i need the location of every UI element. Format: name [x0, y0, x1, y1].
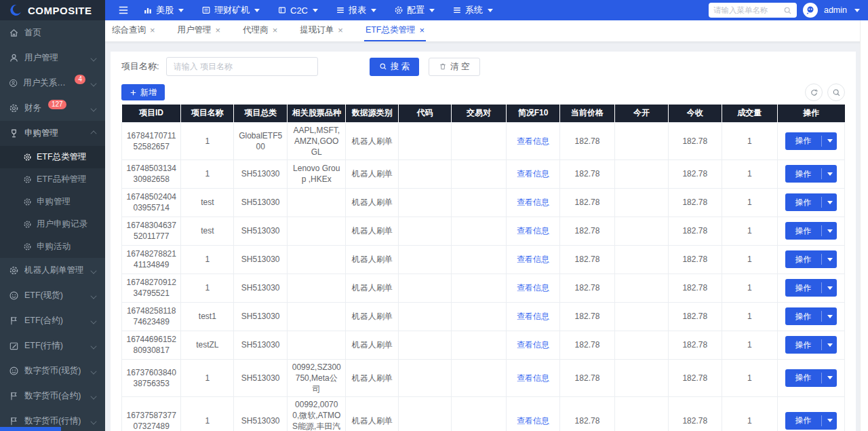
view-info-link[interactable]: 查看信息: [517, 255, 549, 264]
row-action-button[interactable]: 操作: [785, 307, 837, 325]
table-cell: GlobalETF500: [234, 122, 288, 160]
row-action-button[interactable]: 操作: [785, 222, 837, 240]
tab-4[interactable]: ETF总类管理×: [364, 20, 426, 41]
table-cell: AAPL,MSFT,AMZN,GOOGL: [288, 122, 346, 160]
close-icon[interactable]: ×: [150, 25, 155, 35]
col-header-0: 项目ID: [122, 105, 181, 122]
close-icon[interactable]: ×: [216, 25, 221, 35]
sidebar-item-9[interactable]: 数字货币(现货): [0, 358, 105, 383]
row-action-button[interactable]: 操作: [785, 336, 837, 354]
sidebar-item-0[interactable]: 首页: [0, 20, 105, 45]
panel-icon: [201, 5, 211, 15]
view-info-link[interactable]: 查看信息: [517, 340, 549, 350]
sidebar-item-10[interactable]: 数字货币(合约): [0, 383, 105, 409]
row-action-button[interactable]: 操作: [785, 132, 837, 150]
column-search-button[interactable]: [827, 83, 845, 101]
tab-1[interactable]: 用户管理×: [176, 20, 222, 41]
project-name-input[interactable]: [166, 57, 318, 76]
refresh-button[interactable]: [805, 83, 823, 101]
tab-0[interactable]: 综合查询×: [111, 20, 157, 41]
view-info-link[interactable]: 查看信息: [517, 226, 549, 236]
row-action-button[interactable]: 操作: [785, 193, 837, 211]
menu-search-input[interactable]: [713, 6, 783, 14]
sidebar-subitem-1[interactable]: ETF品种管理: [0, 168, 105, 191]
table-cell: SH513030: [234, 359, 288, 396]
tab-3[interactable]: 提现订单×: [298, 20, 344, 41]
view-info-link[interactable]: 查看信息: [517, 198, 549, 207]
table-cell: 操作: [777, 160, 844, 188]
close-icon[interactable]: ×: [419, 25, 425, 35]
username[interactable]: admin: [824, 5, 847, 15]
sidebar-item-4[interactable]: 申购管理: [0, 121, 105, 146]
table-cell: 机器人刷单: [346, 274, 399, 302]
table-cell: Lenovo Group ,HKEx: [288, 160, 346, 188]
view-info-link[interactable]: 查看信息: [517, 169, 549, 179]
table-cell: 182.78: [668, 274, 722, 302]
row-action-label: 操作: [785, 339, 821, 351]
horizontal-scrollbar-thumb[interactable]: [0, 427, 61, 431]
add-button[interactable]: 新增: [121, 84, 165, 100]
clear-button[interactable]: 清 空: [429, 58, 479, 76]
view-info-link[interactable]: 查看信息: [517, 416, 549, 426]
menu-toggle-icon[interactable]: [117, 4, 130, 16]
row-action-button[interactable]: 操作: [785, 250, 837, 268]
table-cell: 机器人刷单: [346, 217, 399, 245]
row-action-button[interactable]: 操作: [785, 165, 837, 183]
row-action-button[interactable]: 操作: [785, 369, 837, 387]
view-info-link[interactable]: 查看信息: [517, 136, 549, 146]
table-cell: 查看信息: [507, 160, 560, 188]
table-cell: SH513030: [234, 274, 288, 302]
sidebar-item-8[interactable]: ETF(行情): [0, 333, 105, 358]
table-cell: SH513030: [234, 217, 288, 245]
sidebar-subitem-3[interactable]: 用户申购记录: [0, 213, 105, 236]
sidebar-item-2[interactable]: 用户关系管理4: [0, 71, 105, 96]
view-info-link[interactable]: 查看信息: [517, 283, 549, 293]
table-cell: [614, 396, 668, 431]
user-caret-icon[interactable]: [854, 9, 860, 12]
table-cell: test: [181, 217, 234, 245]
avatar[interactable]: [803, 3, 818, 18]
sidebar-item-label: 机器人刷单管理: [24, 265, 84, 276]
top-menu-item-2[interactable]: C2C: [277, 5, 318, 16]
table-cell: 182.78: [559, 188, 614, 217]
sidebar-item-1[interactable]: 用户管理: [0, 45, 105, 71]
top-menu-item-0[interactable]: 美股: [143, 4, 184, 16]
sidebar-item-6[interactable]: ETF(现货): [0, 283, 105, 308]
sidebar-subitem-0[interactable]: ETF总类管理: [0, 146, 105, 168]
chevron-down-icon: [313, 9, 318, 12]
search-button[interactable]: 搜 索: [370, 58, 419, 76]
table-cell: 操作: [777, 122, 844, 160]
top-menu-item-4[interactable]: 配置: [394, 4, 435, 16]
table-cell: 1: [722, 245, 777, 274]
table-cell: 1674830463752011777: [122, 217, 181, 245]
top-menu-item-label: 美股: [156, 4, 174, 16]
sidebar-item-3[interactable]: 财务127: [0, 96, 105, 121]
sidebar-item-5[interactable]: 机器人刷单管理: [0, 258, 105, 283]
vertical-scrollbar[interactable]: [860, 20, 868, 431]
table-row: 16737587377073274891SH51303000992,00700,…: [122, 396, 845, 431]
close-icon[interactable]: ×: [338, 25, 343, 35]
sidebar-item-7[interactable]: ETF(合约): [0, 308, 105, 333]
table-cell: 182.78: [559, 359, 614, 396]
table-row: 16737603840387563531SH51303000992,SZ3007…: [122, 359, 845, 396]
top-menu-item-5[interactable]: 系统: [452, 4, 493, 16]
table-cell: [399, 302, 452, 331]
table-cell: [399, 274, 452, 302]
tab-2[interactable]: 代理商×: [241, 20, 279, 41]
view-info-link[interactable]: 查看信息: [517, 373, 549, 383]
search-icon[interactable]: [783, 6, 792, 15]
table-cell: test: [181, 188, 234, 217]
sidebar-subitem-4[interactable]: 申购活动: [0, 236, 105, 258]
top-menu-item-1[interactable]: 理财矿机: [201, 4, 260, 16]
table-cell: [452, 217, 507, 245]
close-icon[interactable]: ×: [273, 25, 278, 35]
table-cell: 操作: [777, 359, 844, 396]
sidebar-subitem-2[interactable]: 申购管理: [0, 191, 105, 213]
top-menu-item-3[interactable]: 报表: [336, 4, 376, 16]
chevron-down-icon: [822, 315, 837, 318]
row-action-button[interactable]: 操作: [785, 279, 837, 297]
chevron-down-icon: [254, 9, 260, 12]
table-row: 1674830463752011777testSH513030机器人刷单查看信息…: [122, 217, 845, 245]
row-action-button[interactable]: 操作: [785, 412, 837, 430]
view-info-link[interactable]: 查看信息: [517, 312, 549, 321]
